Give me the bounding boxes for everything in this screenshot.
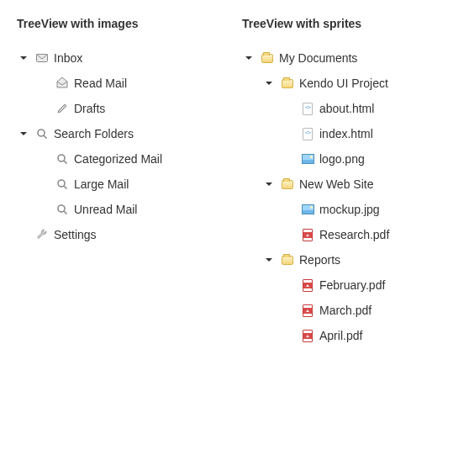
expand-toggle[interactable] <box>262 177 276 191</box>
tree-item-unread-mail[interactable]: Unread Mail <box>37 197 227 222</box>
folder-icon <box>281 253 294 267</box>
pdf-file-icon <box>301 278 314 292</box>
pencil-icon <box>55 102 69 115</box>
folder-icon <box>281 77 294 90</box>
tree-item-label: Large Mail <box>74 177 129 191</box>
treeview-sprites-title: TreeView with sprites <box>242 17 452 30</box>
tree-item-inbox[interactable]: Inbox <box>17 45 227 71</box>
tree-item-logo-png[interactable]: logo.png <box>282 146 452 172</box>
expand-toggle[interactable] <box>262 77 276 90</box>
tree-item-february-pdf[interactable]: February.pdf <box>282 272 452 298</box>
treeview-images-title: TreeView with images <box>17 17 227 30</box>
tree-item-label: Inbox <box>54 51 82 65</box>
tree-item-new-web-site[interactable]: New Web Site <box>262 172 452 197</box>
tree-item-label: Reports <box>299 253 340 267</box>
tree-item-mockup-jpg[interactable]: mockup.jpg <box>282 197 452 222</box>
tree-item-label: Search Folders <box>54 127 134 140</box>
tree-item-march-pdf[interactable]: March.pdf <box>282 298 452 323</box>
wrench-icon <box>35 228 49 241</box>
tree-item-reports[interactable]: Reports <box>262 247 452 272</box>
tree-item-label: Kendo UI Project <box>299 77 388 90</box>
tree-item-april-pdf[interactable]: April.pdf <box>282 323 452 348</box>
treeview-images: Inbox Read Mail <box>17 45 227 247</box>
tree-item-label: Drafts <box>74 102 105 115</box>
svg-line-4 <box>64 161 67 164</box>
search-icon <box>55 152 69 166</box>
pdf-file-icon <box>301 304 314 317</box>
mail-open-icon <box>55 77 69 90</box>
treeview-sprites-panel: TreeView with sprites My Documents <box>242 17 452 348</box>
tree-item-settings[interactable]: Settings <box>17 222 227 247</box>
svg-point-1 <box>38 130 45 136</box>
svg-line-2 <box>44 135 47 139</box>
tree-item-my-documents[interactable]: My Documents <box>242 45 452 71</box>
pdf-file-icon <box>301 329 314 342</box>
tree-item-label: logo.png <box>319 152 365 166</box>
tree-item-categorized-mail[interactable]: Categorized Mail <box>37 146 227 172</box>
treeview-sprites: My Documents Kendo UI Project <box>242 45 452 348</box>
tree-item-kendo-ui-project[interactable]: Kendo UI Project <box>262 71 452 96</box>
html-file-icon <box>301 127 314 140</box>
tree-item-label: Unread Mail <box>74 203 137 216</box>
tree-item-label: My Documents <box>279 51 357 65</box>
tree-item-label: Categorized Mail <box>74 152 162 166</box>
tree-item-index-html[interactable]: index.html <box>282 121 452 146</box>
expand-toggle[interactable] <box>17 127 30 140</box>
svg-point-7 <box>58 205 65 212</box>
treeview-images-panel: TreeView with images Inbox <box>17 17 227 348</box>
svg-line-8 <box>64 211 67 214</box>
tree-item-label: April.pdf <box>319 329 362 342</box>
treeview-demo-wrap: TreeView with images Inbox <box>0 0 469 365</box>
image-file-icon <box>301 152 314 166</box>
tree-item-research-pdf[interactable]: Research.pdf <box>282 222 452 247</box>
tree-item-label: February.pdf <box>319 278 385 292</box>
search-icon <box>55 203 69 216</box>
mail-icon <box>35 51 49 65</box>
tree-item-label: Research.pdf <box>319 228 389 241</box>
search-icon <box>35 127 49 140</box>
folder-icon <box>261 51 274 65</box>
tree-item-label: about.html <box>319 102 374 115</box>
expand-toggle[interactable] <box>17 51 30 65</box>
tree-item-search-folders[interactable]: Search Folders <box>17 121 227 146</box>
tree-item-label: Settings <box>54 228 97 241</box>
tree-item-label: Read Mail <box>74 77 127 90</box>
tree-item-large-mail[interactable]: Large Mail <box>37 172 227 197</box>
pdf-file-icon <box>301 228 314 241</box>
svg-point-3 <box>58 155 65 161</box>
tree-item-label: March.pdf <box>319 304 372 317</box>
folder-icon <box>281 177 294 191</box>
svg-line-6 <box>64 186 67 189</box>
tree-item-label: index.html <box>319 127 373 140</box>
html-file-icon <box>301 102 314 115</box>
tree-item-read-mail[interactable]: Read Mail <box>37 71 227 96</box>
expand-toggle[interactable] <box>242 51 256 65</box>
tree-item-label: mockup.jpg <box>319 203 380 216</box>
tree-item-about-html[interactable]: about.html <box>282 96 452 121</box>
search-icon <box>55 177 69 191</box>
image-file-icon <box>301 203 314 216</box>
svg-point-5 <box>58 180 65 187</box>
tree-item-drafts[interactable]: Drafts <box>37 96 227 121</box>
expand-toggle[interactable] <box>262 253 276 267</box>
tree-item-label: New Web Site <box>299 177 373 191</box>
